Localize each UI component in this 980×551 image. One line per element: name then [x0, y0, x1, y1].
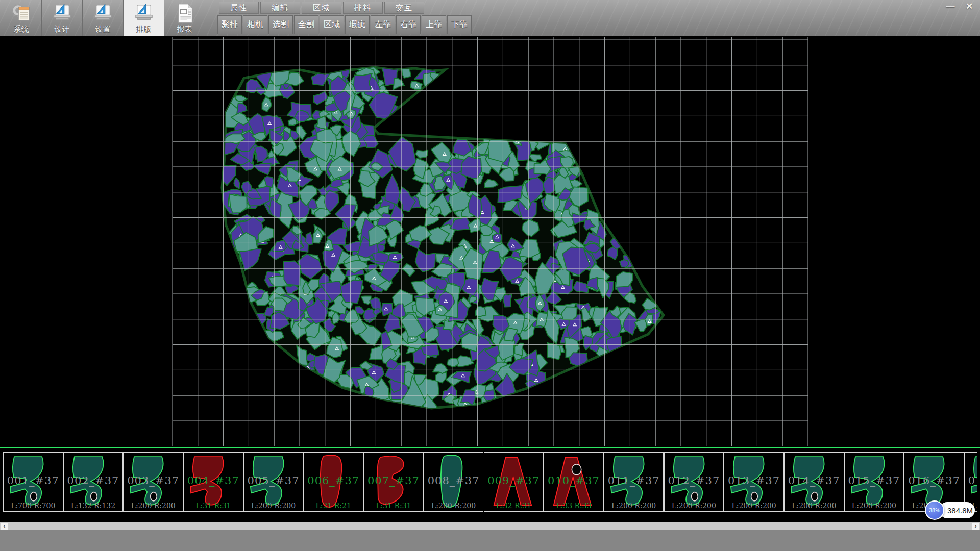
- part-id-label: 014_#37: [785, 474, 844, 487]
- laptop-ruler-icon: [52, 3, 73, 24]
- tool-align-left[interactable]: 左靠: [371, 15, 395, 34]
- part-thumbnail-008_#37[interactable]: 008_#37L:200 R:200: [424, 452, 484, 512]
- part-id-label: 015_#37: [845, 474, 904, 487]
- part-id-label: 011_#37: [604, 474, 664, 487]
- tab-settings[interactable]: 设置: [83, 0, 124, 36]
- part-id-label: 016_#37: [904, 474, 964, 487]
- part-id-label: 007_#37: [364, 474, 423, 487]
- memory-percent-circle: 38%: [925, 500, 944, 520]
- tool-align-bottom[interactable]: 下靠: [447, 15, 472, 34]
- tab-report[interactable]: 报表: [164, 0, 205, 36]
- part-lr-count-label: L:200 R:200: [785, 502, 844, 510]
- part-thumbnail-014_#37[interactable]: 014_#37L:200 R:200: [784, 452, 844, 512]
- tab-label: 设置: [95, 24, 111, 34]
- part-id-label: 013_#37: [724, 474, 783, 487]
- horizontal-scrollbar[interactable]: ‹ ›: [0, 522, 980, 530]
- part-lr-count-label: L:21 R:21: [304, 502, 363, 510]
- part-id-label: 008_#37: [424, 474, 483, 487]
- part-hole: [90, 492, 97, 501]
- close-button[interactable]: ✕: [961, 1, 977, 12]
- tab-label: 排版: [136, 24, 152, 34]
- part-lr-count-label: L:200 R:200: [124, 502, 183, 510]
- part-id-label: 010_#37: [544, 474, 603, 487]
- part-thumbnail-015_#37[interactable]: 015_#37L:200 R:200: [844, 452, 904, 512]
- part-hole: [151, 492, 157, 501]
- menu-properties[interactable]: 属性: [219, 2, 259, 14]
- part-lr-count-label: L:32 R:31: [484, 502, 544, 510]
- part-lr-count-label: L:200 R:200: [424, 502, 483, 510]
- part-thumbnail-list: 001_#37L:700 R:700002_#37L:132 R:132003_…: [3, 452, 977, 513]
- part-hole: [751, 492, 758, 501]
- scroll-left-arrow-icon[interactable]: ‹: [1, 523, 8, 530]
- menu-interaction[interactable]: 交互: [384, 2, 424, 14]
- panel-top-divider: [0, 447, 980, 448]
- part-thumbnail-003_#37[interactable]: 003_#37L:200 R:200: [123, 452, 183, 512]
- part-thumbnail-013_#37[interactable]: 013_#37L:200 R:200: [724, 452, 784, 512]
- scroll-right-arrow-icon[interactable]: ›: [972, 523, 979, 530]
- memory-size-text: 384.8M: [947, 506, 973, 515]
- minimize-button[interactable]: —: [942, 1, 959, 12]
- tab-layout-active[interactable]: 排版: [124, 0, 164, 36]
- menu-nesting[interactable]: 排料: [343, 2, 383, 14]
- part-thumbnail-011_#37[interactable]: 011_#37L:200 R:200: [604, 452, 664, 512]
- part-thumbnail-004_#37[interactable]: 004_#37L:31 R:31: [183, 452, 243, 512]
- part-thumbnail-012_#37[interactable]: 012_#37L:200 R:200: [664, 452, 724, 512]
- part-thumbnail-009_#37[interactable]: 009_#37L:32 R:31: [484, 452, 544, 512]
- part-lr-count-label: L:200 R:200: [604, 502, 664, 510]
- part-lr-count-label: L:200 R:200: [665, 502, 724, 510]
- menubar: 属性 编辑 区域 排料 交互: [219, 2, 424, 14]
- memory-usage-badge: 384.8M 38%: [925, 500, 975, 520]
- part-lr-count-label: L:700 R:700: [4, 502, 63, 510]
- part-id-label: 006_#37: [304, 474, 363, 487]
- app-tabs: 系统 设计 设置: [1, 0, 205, 36]
- tool-camera[interactable]: 相机: [243, 15, 267, 34]
- status-bar: [0, 530, 980, 551]
- part-thumbnail-006_#37[interactable]: 006_#37L:21 R:21: [303, 452, 363, 512]
- part-lr-count-label: L:132 R:132: [64, 502, 123, 510]
- tab-label: 设计: [55, 24, 70, 34]
- part-id-label: 004_#37: [184, 474, 243, 487]
- tool-region[interactable]: 区域: [320, 15, 344, 34]
- laptop-ruler-icon: [92, 3, 114, 24]
- tool-cut-all[interactable]: 全割: [294, 15, 318, 34]
- laptop-ruler-icon: [133, 3, 155, 24]
- nesting-canvas[interactable]: [0, 36, 980, 446]
- tool-cluster-nest[interactable]: 聚排: [217, 15, 242, 34]
- part-id-label: 001_#37: [4, 474, 63, 487]
- part-lr-count-label: L:31 R:31: [184, 502, 243, 510]
- tool-defect[interactable]: 瑕疵: [345, 15, 370, 34]
- part-thumbnail-007_#37[interactable]: 007_#37L:31 R:31: [363, 452, 424, 512]
- tab-label: 系统: [14, 24, 29, 34]
- part-hole: [812, 492, 818, 501]
- menu-region[interactable]: 区域: [302, 2, 341, 14]
- window-controls: — ✕: [942, 1, 977, 12]
- part-hole: [572, 464, 581, 475]
- part-lr-count-label: L:200 R:200: [845, 502, 904, 510]
- tool-align-top[interactable]: 上靠: [422, 15, 446, 34]
- part-id-label: 012_#37: [665, 474, 724, 487]
- part-thumbnail-010_#37[interactable]: 010_#37L:33 R:33: [544, 452, 604, 512]
- part-lr-count-label: L:31 R:31: [364, 502, 423, 510]
- tool-align-right[interactable]: 右靠: [396, 15, 421, 34]
- part-id-label: 017_#37: [965, 474, 977, 487]
- memory-percent-text: 38%: [929, 507, 940, 513]
- memory-size-pill: 384.8M: [939, 502, 975, 518]
- menu-edit[interactable]: 编辑: [260, 2, 300, 14]
- tool-select-cut[interactable]: 选割: [268, 15, 293, 34]
- part-thumbnail-001_#37[interactable]: 001_#37L:700 R:700: [3, 452, 63, 512]
- tab-design[interactable]: 设计: [42, 0, 83, 36]
- tab-label: 报表: [177, 24, 192, 34]
- part-hole: [31, 492, 37, 501]
- tool-row: 聚排 相机 选割 全割 区域 瑕疵 左靠 右靠 上靠 下靠: [217, 15, 472, 34]
- part-id-label: 003_#37: [124, 474, 183, 487]
- part-id-label: 002_#37: [64, 474, 123, 487]
- parts-panel: 001_#37L:700 R:700002_#37L:132 R:132003_…: [0, 446, 980, 522]
- tab-system[interactable]: 系统: [1, 0, 42, 36]
- part-thumbnail-002_#37[interactable]: 002_#37L:132 R:132: [63, 452, 124, 512]
- part-id-label: 005_#37: [244, 474, 303, 487]
- part-lr-count-label: L:200 R:200: [244, 502, 303, 510]
- part-id-label: 009_#37: [484, 474, 544, 487]
- part-thumbnail-005_#37[interactable]: 005_#37L:200 R:200: [243, 452, 304, 512]
- gear-notebook-icon: [11, 3, 32, 24]
- report-document-icon: [174, 3, 195, 24]
